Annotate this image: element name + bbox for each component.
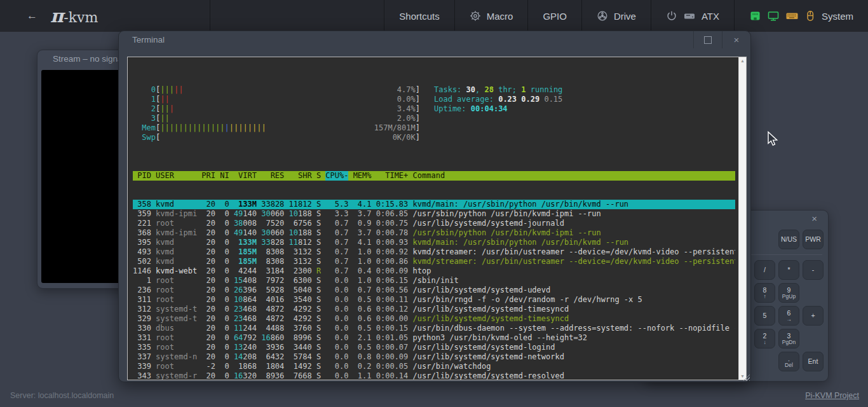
meter-mem: Mem[|||||||||||||||||||||||157M/801M] <box>133 123 420 133</box>
nav-atx[interactable]: ATX <box>651 0 734 32</box>
column-header-time[interactable]: TIME+ <box>376 171 409 181</box>
close-icon[interactable]: × <box>808 212 821 224</box>
cell-pri: 20 <box>201 343 215 352</box>
process-table-header: PIDUSERPRINIVIRTRESSHRSCPU%-MEM%TIME+Com… <box>133 171 735 181</box>
meter-bar: | <box>238 123 243 133</box>
terminal-screen[interactable]: 0[|||||4.7%]1[||0.0%]2[|||3.4%]3[||2.0%]… <box>127 57 747 380</box>
cell-pid: 236 <box>133 286 151 295</box>
cell-command: /usr/lib/systemd/systemd-networkd <box>413 352 735 362</box>
column-header-pri[interactable]: PRI <box>201 171 215 181</box>
cell-mem: 2.1 <box>353 333 372 343</box>
process-row-395[interactable]: 395kvmd200133M3382811812S0.74.10:00.93kv… <box>133 238 735 247</box>
process-row-337[interactable]: 337systemd-n2001420864325784S0.00.80:00.… <box>133 352 735 362</box>
process-row-312[interactable]: 312systemd-t2002346848724292S0.00.60:00.… <box>133 305 735 314</box>
cell-cpu: 0.0 <box>325 343 348 352</box>
column-header-res[interactable]: RES <box>261 171 284 181</box>
process-row-329[interactable]: 329systemd-t2002346848724292S0.00.60:00.… <box>133 314 735 324</box>
keypad-key-9[interactable]: 9PgUp <box>778 283 799 303</box>
process-row-335[interactable]: 335root2001324039363440S0.00.50:00.07/us… <box>133 343 735 352</box>
keypad-key-ent[interactable]: Ent <box>803 352 824 371</box>
cell-pid: 311 <box>133 295 151 305</box>
keypad-key-pwr[interactable]: PWR <box>803 230 824 249</box>
process-row-358[interactable]: 358kvmd200133M3382811812S5.34.10:15.83kv… <box>133 200 735 209</box>
cell-shr: 5784 <box>289 352 312 362</box>
info-line-1: Load average: 0.23 0.29 0.15 <box>434 95 562 104</box>
back-arrow-icon[interactable]: ← <box>27 10 37 22</box>
cell-virt: 14208 <box>234 352 257 362</box>
keypad-key-8[interactable]: 8↑ <box>754 283 775 303</box>
meter-value: 0.0% <box>397 95 416 104</box>
meter-bracket: ] <box>416 95 420 104</box>
process-row-339[interactable]: 339root-20186818041492S0.00.20:00.05/usr… <box>133 362 735 371</box>
cell-shr: 8996 <box>289 333 312 343</box>
cell-pri: 20 <box>201 200 215 209</box>
column-header-user[interactable]: USER <box>156 171 197 181</box>
process-row-343[interactable]: 343systemd-r2001632089367668S0.01.10:00.… <box>133 371 735 380</box>
column-header-cpu[interactable]: CPU%- <box>325 171 348 181</box>
column-header-virt[interactable]: VIRT <box>234 171 257 181</box>
meter-bar: | <box>201 123 206 133</box>
keypad-key-nus[interactable]: N/US <box>778 230 799 249</box>
nav-system[interactable]: System <box>734 0 868 32</box>
process-row-331[interactable]: 331root20064792168608996S0.02.10:01.05py… <box>133 333 735 343</box>
keypad-key-sym[interactable]: + <box>803 306 824 326</box>
meter-bar: | <box>170 104 174 114</box>
column-header-pid[interactable]: PID <box>133 171 151 181</box>
process-row-493[interactable]: 493kvmd200185M83083132S0.71.00:00.92kvmd… <box>133 247 735 257</box>
keypad-key-6[interactable]: 6→ <box>778 306 799 326</box>
terminal-scrollbar[interactable]: ▲ ▼ <box>738 57 746 380</box>
process-row-502[interactable]: 502kvmd200185M83083132S0.71.00:00.86kvmd… <box>133 257 735 266</box>
close-icon[interactable]: × <box>722 31 750 48</box>
nav-macro[interactable]: Macro <box>454 0 528 32</box>
cell-ni: 0 <box>220 247 229 257</box>
process-row-1[interactable]: 1root2001540879726300S0.01.00:06.15/sbin… <box>133 276 735 286</box>
nav-gpio[interactable]: GPIO <box>527 0 581 32</box>
cell-pri: 20 <box>201 352 215 362</box>
cell-mem: 0.8 <box>353 352 372 362</box>
column-header-mem[interactable]: MEM% <box>353 171 372 181</box>
process-row-1146[interactable]: 1146kvmd-webt200424431842300R0.70.40:00.… <box>133 266 735 276</box>
process-row-311[interactable]: 311root2001086440163540S0.00.50:00.11/us… <box>133 295 735 305</box>
meter-bar: | <box>248 123 252 133</box>
cell-ni: 0 <box>220 276 229 286</box>
column-header-s[interactable]: S <box>316 171 321 181</box>
cell-pid: 331 <box>133 333 151 343</box>
cell-user: root <box>156 295 197 305</box>
scroll-up-icon[interactable]: ▲ <box>739 59 746 63</box>
keypad-key-5[interactable]: 5 <box>754 306 775 326</box>
nav-left: ← π -kvm <box>0 0 210 32</box>
keypad-key-3[interactable]: 3PgDn <box>778 329 799 348</box>
maximize-icon[interactable] <box>693 31 722 48</box>
column-header-ni[interactable]: NI <box>220 171 229 181</box>
meter-bar: | <box>170 85 174 95</box>
process-row-359[interactable]: 359kvmd-ipmi200491403006010188S3.33.70:0… <box>133 209 735 219</box>
cell-mem: 0.5 <box>353 324 372 333</box>
nav-drive[interactable]: Drive <box>581 0 651 32</box>
cell-cpu: 0.7 <box>325 219 348 228</box>
cell-time: 0:00.93 <box>376 238 409 247</box>
cell-cpu: 0.0 <box>325 324 348 333</box>
column-header-shr[interactable]: SHR <box>289 171 312 181</box>
keypad-key-2[interactable]: 2↓ <box>754 329 775 348</box>
cell-state: S <box>316 228 321 238</box>
process-row-330[interactable]: 330dbus2001124444883760S0.00.50:00.15/us… <box>133 324 735 333</box>
power-icon <box>666 10 677 22</box>
app-logo[interactable]: π -kvm <box>50 7 98 25</box>
process-row-368[interactable]: 368kvmd-ipmi200491403006010188S0.73.70:0… <box>133 228 735 238</box>
meter-bracket: [ <box>156 123 160 133</box>
process-row-236[interactable]: 236root2002639659285040S0.00.70:00.56/us… <box>133 286 735 295</box>
nav-shortcuts[interactable]: Shortcuts <box>384 0 454 32</box>
keypad-key-sym[interactable]: / <box>754 260 775 280</box>
pikvm-project-link[interactable]: Pi-KVM Project <box>805 391 859 400</box>
column-header-command[interactable]: Command <box>413 171 735 181</box>
cell-command: /usr/lib/systemd/systemd-logind <box>413 343 735 352</box>
process-row-221[interactable]: 221root2003800875206756S0.70.90:00.75/us… <box>133 219 735 228</box>
keypad-key-sym[interactable]: .Del <box>778 352 799 371</box>
keypad-key-sym[interactable]: - <box>803 260 824 280</box>
cell-mem: 0.6 <box>353 305 372 314</box>
cell-command: /usr/sbin/python /usr/bin/kvmd-ipmi --ru… <box>413 228 735 238</box>
cell-mem: 0.5 <box>353 343 372 352</box>
cell-ni: 0 <box>220 333 229 343</box>
cell-cpu: 0.7 <box>325 228 348 238</box>
keypad-key-sym[interactable]: * <box>778 260 799 280</box>
